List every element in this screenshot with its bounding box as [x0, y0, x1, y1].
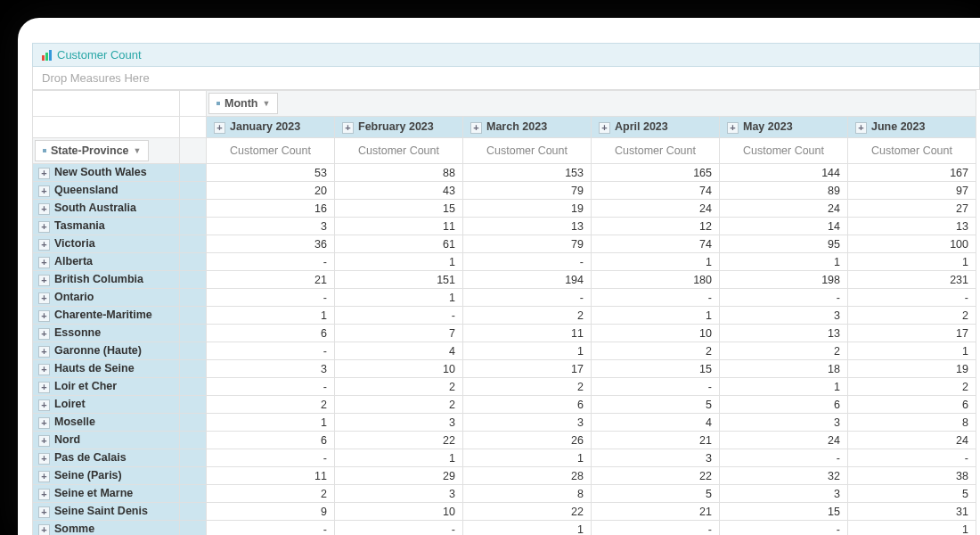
data-cell[interactable]: 15	[720, 503, 848, 521]
data-cell[interactable]: 2	[848, 307, 976, 325]
data-cell[interactable]: 1	[463, 521, 592, 536]
data-cell[interactable]: 2	[335, 378, 463, 396]
expand-icon[interactable]: +	[214, 122, 225, 134]
data-cell[interactable]: 18	[720, 360, 848, 378]
row-field-pill[interactable]: State-Province ▼	[35, 140, 149, 161]
column-field-pill[interactable]: Month ▼	[208, 93, 278, 114]
data-cell[interactable]: 8	[463, 485, 592, 503]
column-header[interactable]: +April 2023	[592, 117, 720, 138]
data-cell[interactable]: 38	[848, 467, 976, 485]
data-cell[interactable]: 3	[720, 307, 848, 325]
data-cell[interactable]: 1	[848, 253, 976, 271]
data-cell[interactable]: 2	[335, 396, 463, 414]
data-cell[interactable]: 15	[335, 200, 463, 218]
data-cell[interactable]: 6	[720, 396, 848, 414]
data-cell[interactable]: 1	[335, 289, 463, 307]
data-cell[interactable]: 10	[592, 325, 720, 342]
data-cell[interactable]: 43	[335, 182, 463, 200]
data-cell[interactable]: 6	[463, 396, 592, 414]
data-cell[interactable]: -	[720, 289, 848, 307]
data-cell[interactable]: -	[207, 342, 335, 360]
data-cell[interactable]: 1	[335, 253, 463, 271]
expand-icon[interactable]: +	[470, 122, 482, 134]
data-cell[interactable]: -	[207, 253, 335, 271]
data-cell[interactable]: 231	[848, 271, 976, 289]
row-header[interactable]: +Tasmania	[33, 218, 180, 235]
data-cell[interactable]: 22	[463, 503, 592, 521]
data-cell[interactable]: 180	[592, 271, 720, 289]
data-cell[interactable]: 3	[207, 360, 335, 378]
data-cell[interactable]: 24	[720, 200, 848, 218]
row-header[interactable]: +Seine et Marne	[33, 485, 180, 503]
data-cell[interactable]: 11	[207, 467, 335, 485]
expand-icon[interactable]: +	[38, 471, 50, 482]
row-header[interactable]: +British Columbia	[33, 271, 180, 289]
data-cell[interactable]: 1	[207, 414, 335, 432]
expand-icon[interactable]: +	[38, 346, 50, 358]
expand-icon[interactable]: +	[38, 453, 50, 465]
data-cell[interactable]: 15	[592, 360, 720, 378]
data-cell[interactable]: 1	[720, 253, 848, 271]
data-cell[interactable]: 165	[592, 164, 720, 182]
data-cell[interactable]: 10	[335, 360, 463, 378]
data-cell[interactable]: -	[335, 521, 463, 536]
row-header[interactable]: +Nord	[33, 432, 180, 449]
data-cell[interactable]: 2	[848, 378, 976, 396]
data-cell[interactable]: 9	[207, 503, 335, 521]
data-cell[interactable]: 3	[592, 449, 720, 467]
expand-icon[interactable]: +	[38, 168, 50, 179]
expand-icon[interactable]: +	[38, 435, 50, 447]
data-cell[interactable]: 11	[335, 218, 463, 235]
row-header[interactable]: +Seine Saint Denis	[33, 503, 180, 521]
expand-icon[interactable]: +	[342, 122, 354, 134]
expand-icon[interactable]: +	[38, 328, 50, 340]
data-cell[interactable]: 11	[463, 325, 592, 342]
data-cell[interactable]: 21	[207, 271, 335, 289]
data-cell[interactable]: 22	[592, 467, 720, 485]
row-header[interactable]: +Hauts de Seine	[33, 360, 180, 378]
data-cell[interactable]: 198	[720, 271, 848, 289]
data-cell[interactable]: -	[335, 307, 463, 325]
data-cell[interactable]: 2	[592, 342, 720, 360]
expand-icon[interactable]: +	[38, 417, 50, 429]
data-cell[interactable]: -	[848, 449, 976, 467]
data-cell[interactable]: 26	[463, 432, 592, 449]
data-cell[interactable]: 24	[720, 432, 848, 449]
data-cell[interactable]: 167	[848, 164, 976, 182]
data-cell[interactable]: 5	[848, 485, 976, 503]
data-cell[interactable]: 20	[207, 182, 335, 200]
expand-icon[interactable]: +	[38, 524, 50, 535]
row-header[interactable]: +Loir et Cher	[33, 378, 180, 396]
expand-icon[interactable]: +	[38, 382, 50, 393]
data-cell[interactable]: 144	[720, 164, 848, 182]
data-cell[interactable]: 31	[848, 503, 976, 521]
data-cell[interactable]: 2	[207, 485, 335, 503]
data-cell[interactable]: 24	[848, 432, 976, 449]
expand-icon[interactable]: +	[38, 239, 50, 251]
data-cell[interactable]: -	[463, 289, 592, 307]
data-cell[interactable]: 29	[335, 467, 463, 485]
row-header[interactable]: +New South Wales	[33, 164, 180, 182]
data-cell[interactable]: 1	[848, 521, 976, 536]
data-cell[interactable]: 13	[848, 218, 976, 235]
data-cell[interactable]: 3	[720, 414, 848, 432]
data-cell[interactable]: 28	[463, 467, 592, 485]
data-cell[interactable]: 74	[592, 235, 720, 253]
column-header[interactable]: +June 2023	[848, 117, 976, 138]
data-cell[interactable]: 2	[207, 396, 335, 414]
data-cell[interactable]: 13	[720, 325, 848, 342]
data-cell[interactable]: 74	[592, 182, 720, 200]
data-cell[interactable]: 2	[463, 378, 592, 396]
column-header[interactable]: +March 2023	[463, 117, 592, 138]
data-cell[interactable]: 3	[720, 485, 848, 503]
row-header[interactable]: +Ontario	[33, 289, 180, 307]
data-cell[interactable]: 21	[592, 503, 720, 521]
data-cell[interactable]: 3	[335, 485, 463, 503]
data-cell[interactable]: 17	[848, 325, 976, 342]
data-cell[interactable]: 2	[463, 307, 592, 325]
data-cell[interactable]: 1	[848, 342, 976, 360]
data-cell[interactable]: 19	[848, 360, 976, 378]
data-cell[interactable]: 1	[463, 342, 592, 360]
row-header[interactable]: +Essonne	[33, 325, 180, 342]
expand-icon[interactable]: +	[727, 122, 739, 134]
